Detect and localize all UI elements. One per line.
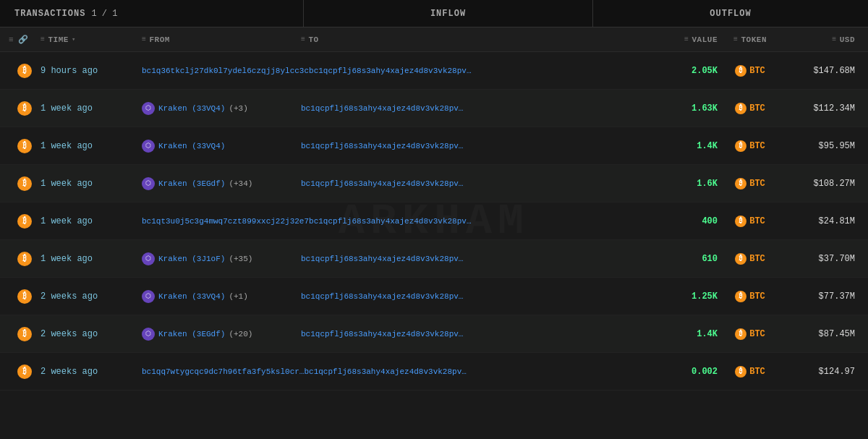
btc-circle: ₿ (17, 64, 32, 78)
btc-icon: ₿ (6, 214, 41, 229)
row-usd: $124.97 (783, 367, 862, 377)
from-name: Kraken (33VQ4) (158, 104, 225, 113)
row-usd: $24.81M (783, 216, 862, 226)
btc-icon: ₿ (6, 101, 41, 116)
row-value: 1.4K (645, 329, 718, 339)
filter-icon[interactable]: ≡ (9, 35, 14, 44)
btc-token-icon: ₿ (735, 253, 746, 265)
row-token: ₿BTC (718, 103, 783, 114)
row-time: 1 week ago (41, 103, 142, 114)
row-value: 1.25K (645, 291, 718, 302)
table-row[interactable]: ₿1 week ago⬡Kraken (33VQ4)bc1qcpflj68s3a… (0, 127, 868, 165)
row-time: 1 week ago (41, 216, 142, 226)
from-name: Kraken (33VQ4) (158, 292, 225, 301)
row-from[interactable]: bc1qq7wtygcqc9dc7h96tfa3fy5ksl0cr… (142, 367, 304, 376)
btc-icon: ₿ (6, 252, 41, 266)
btc-circle: ₿ (17, 139, 32, 153)
row-from[interactable]: ⬡Kraken (3EGdf)(+20) (142, 328, 301, 341)
exchange-icon: ⬡ (142, 328, 155, 341)
row-token: ₿BTC (718, 140, 783, 152)
time-sort-icon: ▾ (72, 35, 76, 43)
table-row[interactable]: ₿1 week ago⬡Kraken (33VQ4)(+3)bc1qcpflj6… (0, 90, 868, 127)
btc-circle: ₿ (17, 214, 32, 229)
row-to[interactable]: bc1qcpflj68s3ahy4xajez4d8v3vk28pv… (301, 292, 645, 301)
btc-token-icon: ₿ (735, 65, 746, 77)
row-to[interactable]: bc1qcpflj68s3ahy4xajez4d8v3vk28pv… (309, 217, 645, 226)
token-name: BTC (749, 291, 765, 302)
btc-icon: ₿ (6, 327, 41, 341)
row-time: 2 weeks ago (41, 329, 142, 339)
btc-icon: ₿ (6, 64, 41, 78)
table-row[interactable]: ₿2 weeks agobc1qq7wtygcqc9dc7h96tfa3fy5k… (0, 353, 868, 391)
col-to[interactable]: ≡ TO (301, 35, 645, 44)
from-name: Kraken (3EGdf) (158, 179, 225, 188)
row-time: 1 week ago (41, 254, 142, 264)
row-from[interactable]: ⬡Kraken (33VQ4)(+1) (142, 290, 301, 303)
row-token: ₿BTC (718, 65, 783, 77)
btc-token-icon: ₿ (735, 328, 746, 340)
row-to[interactable]: bc1qcpflj68s3ahy4xajez4d8v3vk28pv… (301, 330, 645, 338)
row-to[interactable]: bc1qcpflj68s3ahy4xajez4d8v3vk28pv… (301, 142, 645, 150)
row-value: 1.6K (645, 179, 718, 189)
table-row[interactable]: ₿1 week ago⬡Kraken (3EGdf)(+34)bc1qcpflj… (0, 165, 868, 203)
row-to[interactable]: bc1qcpflj68s3ahy4xajez4d8v3vk28pv… (301, 179, 645, 188)
table-row[interactable]: ₿2 weeks ago⬡Kraken (33VQ4)(+1)bc1qcpflj… (0, 278, 868, 315)
from-filter-icon: ≡ (142, 35, 147, 43)
row-time: 2 weeks ago (41, 291, 142, 302)
row-to[interactable]: bc1qcpflj68s3ahy4xajez4d8v3vk28pv… (304, 367, 645, 376)
col-icons: ≡ 🔗 (6, 35, 41, 44)
row-to[interactable]: bc1qcpflj68s3ahy4xajez4d8v3vk28pv… (309, 67, 645, 75)
table-row[interactable]: ₿1 week ago⬡Kraken (3J1oF)(+35)bc1qcpflj… (0, 240, 868, 278)
row-usd: $37.70M (783, 254, 862, 264)
row-to[interactable]: bc1qcpflj68s3ahy4xajez4d8v3vk28pv… (301, 104, 645, 113)
row-time: 9 hours ago (41, 66, 142, 76)
btc-token-icon: ₿ (735, 366, 746, 378)
row-from[interactable]: ⬡Kraken (3J1oF)(+35) (142, 252, 301, 265)
row-time: 2 weeks ago (41, 367, 142, 377)
btc-circle: ₿ (17, 101, 32, 116)
col-token[interactable]: ≡ TOKEN (718, 35, 783, 44)
col-usd[interactable]: ≡ USD (783, 35, 862, 44)
token-name: BTC (749, 329, 765, 339)
row-token: ₿BTC (718, 366, 783, 378)
transactions-label: TRANSACTIONS (14, 9, 85, 19)
token-name: BTC (749, 141, 765, 151)
value-filter-icon: ≡ (684, 35, 689, 43)
link-icon[interactable]: 🔗 (18, 35, 28, 44)
row-value: 0.002 (645, 367, 718, 377)
token-name: BTC (749, 254, 765, 264)
btc-circle: ₿ (17, 289, 32, 304)
table-row[interactable]: ₿2 weeks ago⬡Kraken (3EGdf)(+20)bc1qcpfl… (0, 315, 868, 353)
btc-icon: ₿ (6, 176, 41, 191)
row-value: 2.05K (645, 66, 718, 76)
btc-icon: ₿ (6, 139, 41, 153)
row-from[interactable]: ⬡Kraken (33VQ4)(+3) (142, 102, 301, 115)
from-name: Kraken (33VQ4) (158, 142, 225, 150)
col-value[interactable]: ≡ VALUE (645, 35, 718, 44)
transactions-header: TRANSACTIONS 1 / 1 (0, 0, 304, 27)
row-value: 1.4K (645, 141, 718, 151)
row-usd: $77.37M (783, 291, 862, 302)
table-row[interactable]: ₿9 hours agobc1q36tkclj27dk0l7ydel6czqjj… (0, 52, 868, 90)
from-badge: (+1) (229, 292, 247, 301)
col-time[interactable]: ≡ TIME ▾ (41, 35, 142, 44)
usd-filter-icon: ≡ (832, 35, 837, 43)
btc-circle: ₿ (17, 327, 32, 341)
row-from[interactable]: bc1qt3u0j5c3g4mwq7czt899xxcj22j32e7 (142, 217, 309, 226)
row-from[interactable]: ⬡Kraken (3EGdf)(+34) (142, 177, 301, 190)
token-name: BTC (749, 66, 765, 76)
table-body: ₿9 hours agobc1q36tkclj27dk0l7ydel6czqjj… (0, 52, 868, 391)
btc-icon: ₿ (6, 289, 41, 304)
col-from[interactable]: ≡ FROM (142, 35, 301, 44)
row-value: 400 (645, 216, 718, 226)
row-token: ₿BTC (718, 216, 783, 227)
row-from[interactable]: ⬡Kraken (33VQ4) (142, 140, 301, 153)
row-time: 1 week ago (41, 141, 142, 151)
exchange-icon: ⬡ (142, 140, 155, 153)
table-row[interactable]: ₿1 week agobc1qt3u0j5c3g4mwq7czt899xxcj2… (0, 203, 868, 240)
row-to[interactable]: bc1qcpflj68s3ahy4xajez4d8v3vk28pv… (301, 255, 645, 263)
row-from[interactable]: bc1q36tkclj27dk0l7ydel6czqjj8ylcc3c (142, 67, 309, 75)
token-name: BTC (749, 216, 765, 226)
btc-token-icon: ₿ (735, 103, 746, 114)
token-name: BTC (749, 367, 765, 377)
